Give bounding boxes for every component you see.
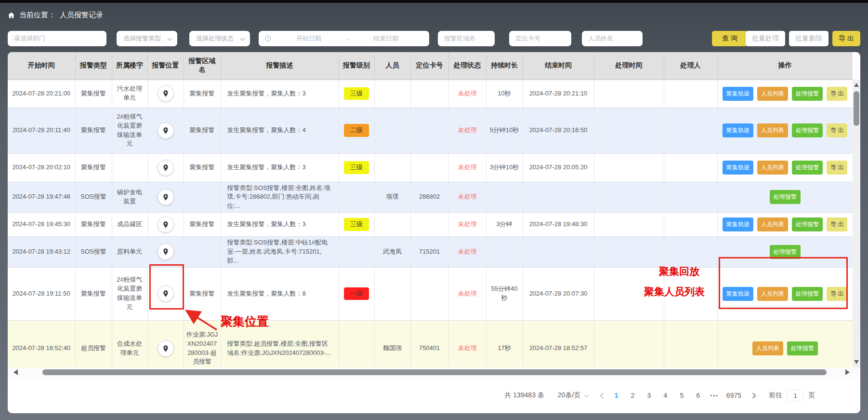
list-row-button[interactable]: 人员列表	[757, 287, 788, 301]
page-number[interactable]: 2	[628, 392, 637, 399]
building-cell: 锅炉发电装置	[112, 182, 147, 213]
level-badge: 三级	[344, 161, 369, 174]
actions-cell: 聚集轨迹人员列表处理报警导 出	[717, 153, 853, 182]
alarm-type-cell: 聚集报警	[75, 267, 112, 320]
track-row-button[interactable]: 聚集轨迹	[723, 287, 753, 301]
handle-row-button[interactable]: 处理报警	[770, 190, 801, 204]
page-title: 人员报警记录	[60, 11, 103, 20]
query-button[interactable]: 查 询	[712, 31, 748, 46]
export-row-button[interactable]: 导 出	[827, 123, 847, 137]
alarm-type-select[interactable]: 选择报警类型	[117, 31, 177, 46]
handle-row-button[interactable]: 处理报警	[792, 123, 823, 137]
alarm-type-cell: 聚集报警	[75, 213, 112, 237]
person-cell: 武海凤	[374, 237, 410, 268]
scroll-up-icon[interactable]	[854, 83, 859, 87]
horizontal-scrollbar[interactable]	[8, 367, 860, 377]
status-cell: 未处理	[448, 80, 486, 108]
handle-row-button[interactable]: 处理报警	[787, 341, 818, 355]
card-no-input[interactable]: 定位卡号	[509, 31, 571, 46]
handle-row-button[interactable]: 处理报警	[792, 161, 823, 175]
location-pin-icon[interactable]	[158, 217, 174, 233]
handle-time-cell	[594, 108, 664, 153]
area-name-input[interactable]: 报警区域名	[438, 31, 495, 46]
handle-row-button[interactable]: 处理报警	[792, 217, 823, 231]
start-date-field[interactable]: 开始日期	[271, 34, 346, 43]
list-row-button[interactable]: 人员列表	[757, 217, 788, 231]
status-cell: 未处理	[448, 213, 486, 237]
track-row-button[interactable]: 聚集轨迹	[723, 161, 753, 175]
handle-time-cell	[594, 80, 664, 108]
desc-cell: 发生聚集报警，聚集人数：3	[221, 213, 339, 237]
location-pin-icon[interactable]	[158, 285, 174, 302]
clock-icon	[264, 35, 271, 42]
area-name-cell	[184, 182, 221, 213]
start-time-cell: 2024-07-28 20:02:10	[8, 153, 75, 182]
person-cell	[374, 213, 410, 237]
department-input[interactable]: 请选择部门	[8, 31, 106, 46]
person-name-input[interactable]: 人员姓名	[582, 31, 643, 46]
track-row-button[interactable]: 聚集轨迹	[723, 87, 753, 101]
location-pin-icon[interactable]	[158, 189, 174, 205]
handle-row-button[interactable]: 处理报警	[792, 87, 823, 101]
actions-cell: 处理报警	[717, 237, 853, 268]
track-row-button[interactable]: 聚集轨迹	[723, 123, 753, 137]
date-range-picker[interactable]: 开始日期 - 结束日期	[259, 31, 429, 46]
table-row: 2024-07-28 19:47:46SOS报警锅炉发电装置报警类型:SOS报警…	[8, 182, 853, 213]
breadcrumb: 当前位置： 人员报警记录	[8, 10, 103, 20]
handler-cell	[664, 153, 717, 182]
page-number[interactable]: 4	[661, 392, 670, 399]
horizontal-scroll-thumb[interactable]	[42, 369, 827, 375]
location-pin-icon[interactable]	[158, 85, 174, 102]
table-row: 2024-07-28 19:45:30聚集报警成品罐区聚集报警发生聚集报警，聚集…	[8, 213, 853, 237]
export-row-button[interactable]: 导 出	[827, 87, 847, 101]
location-pin-icon[interactable]	[158, 244, 174, 260]
list-row-button[interactable]: 人员列表	[757, 161, 788, 175]
building-cell: 成品罐区	[112, 213, 147, 237]
location-pin-icon[interactable]	[158, 160, 174, 176]
scroll-right-icon[interactable]	[845, 369, 850, 375]
list-row-button[interactable]: 人员列表	[757, 123, 788, 137]
track-row-button[interactable]: 聚集轨迹	[723, 217, 753, 231]
page-number[interactable]: 3	[644, 392, 653, 399]
desc-cell: 发生聚集报警，聚集人数：3	[221, 153, 339, 182]
goto-input[interactable]	[787, 390, 803, 401]
goto-label: 前往	[769, 391, 782, 400]
next-page-button[interactable]	[752, 393, 756, 399]
handle-row-button[interactable]: 处理报警	[770, 245, 801, 259]
pagination-ellipsis[interactable]: •••	[710, 393, 719, 398]
level-cell	[339, 237, 374, 268]
desc-cell: 发生聚集报警，聚集人数：4	[221, 108, 339, 153]
export-row-button[interactable]: 导 出	[827, 161, 847, 175]
prev-page-button[interactable]	[600, 393, 604, 399]
page-number-last[interactable]: 6975	[726, 392, 741, 399]
list-row-button[interactable]: 人员列表	[752, 341, 783, 355]
card-no-placeholder: 定位卡号	[515, 34, 540, 43]
home-icon[interactable]	[8, 12, 15, 19]
vertical-scrollbar[interactable]	[853, 80, 860, 367]
location-pin-icon[interactable]	[158, 340, 174, 357]
export-row-button[interactable]: 导 出	[827, 287, 847, 301]
batch-delete-button[interactable]: 批量删除	[789, 31, 829, 46]
export-button[interactable]: 导 出	[832, 31, 860, 46]
page-number[interactable]: 5	[677, 392, 686, 399]
handle-status-select[interactable]: 选择处理状态	[189, 31, 250, 46]
end-date-field[interactable]: 结束日期	[348, 34, 423, 43]
handle-row-button[interactable]: 处理报警	[792, 287, 823, 301]
pagination: 共 139483 条 20条/页 123456 ••• 6975 前往 页	[504, 389, 815, 402]
area-name-placeholder: 报警区域名	[444, 34, 475, 43]
page-number[interactable]: 6	[694, 392, 702, 399]
location-pin-icon[interactable]	[158, 122, 174, 139]
page-size-select[interactable]: 20条/页	[558, 391, 589, 400]
level-cell: 一级	[339, 267, 374, 320]
page-number[interactable]: 1	[612, 392, 620, 399]
scroll-left-icon[interactable]	[13, 369, 18, 375]
area-name-cell: 聚集报警	[184, 153, 221, 182]
list-row-button[interactable]: 人员列表	[757, 87, 788, 101]
person-cell	[374, 108, 410, 153]
vertical-scroll-thumb[interactable]	[854, 91, 859, 126]
scroll-down-icon[interactable]	[854, 360, 859, 364]
alarm-position-cell	[147, 320, 184, 367]
export-row-button[interactable]: 导 出	[827, 217, 847, 231]
area-name-cell	[184, 237, 221, 268]
batch-handle-button[interactable]: 批量处理	[746, 31, 785, 46]
